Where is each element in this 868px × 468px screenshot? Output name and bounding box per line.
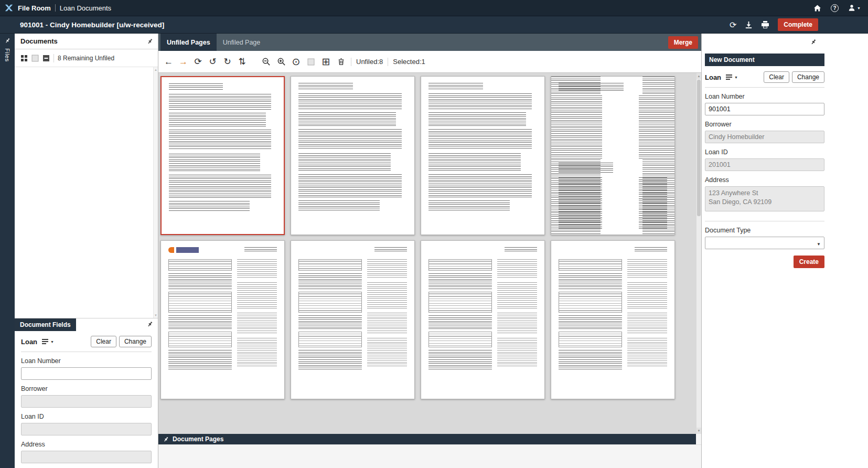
page-thumbnail-7[interactable] (421, 240, 545, 399)
page-graphic (559, 259, 622, 271)
zoom-in-icon[interactable] (276, 57, 286, 66)
grid-view-icon[interactable] (20, 55, 28, 62)
select-checkbox-icon[interactable] (306, 58, 316, 66)
documents-scrollbar[interactable]: ▲ ▼ (153, 67, 158, 318)
pages-scrollbar[interactable]: ▲ ▼ (696, 73, 701, 434)
address-label: Address (21, 441, 152, 448)
top-nav: File Room Loan Documents ? ▼ (0, 0, 868, 16)
forward-icon[interactable]: → (178, 57, 188, 66)
create-button[interactable]: Create (794, 256, 824, 268)
clear-button[interactable]: Clear (91, 336, 116, 347)
scrollbar-thumb[interactable] (697, 80, 701, 216)
loan-number-label: Loan Number (21, 357, 152, 365)
undo-icon[interactable]: ↺ (208, 57, 218, 66)
borrower-field: Borrower (705, 121, 824, 143)
loan-selector-dropdown[interactable]: ▼ (724, 73, 738, 81)
page-graphic (635, 247, 667, 252)
page-graphic (169, 83, 223, 91)
pin-icon[interactable] (147, 38, 153, 45)
collapse-all-icon[interactable] (42, 55, 50, 62)
back-icon[interactable]: ← (164, 57, 174, 66)
documents-toolbar: 8 Remaining Unfiled (15, 49, 158, 67)
page-graphic (169, 201, 250, 212)
redo-icon[interactable]: ↻ (222, 57, 232, 66)
select-all-checkbox-icon[interactable] (31, 55, 39, 62)
loan-header-bar: 901001 - Cindy Homebuilder [u/w-received… (0, 16, 868, 34)
scroll-down-icon[interactable]: ▼ (696, 428, 701, 434)
change-button[interactable]: Change (119, 336, 152, 347)
tab-unfiled-pages[interactable]: Unfiled Pages (160, 34, 217, 51)
documents-panel-title: Documents (20, 37, 58, 45)
page-thumbnail-6[interactable] (291, 240, 415, 399)
page-graphic (298, 247, 407, 256)
page-graphic (374, 247, 407, 252)
files-collapsed-strip[interactable]: Files (0, 34, 15, 468)
page-graphic (298, 259, 407, 371)
documents-list[interactable]: ▲ ▼ (15, 67, 158, 318)
merge-button[interactable]: Merge (668, 36, 698, 49)
page-graphic (168, 259, 277, 371)
tab-unfiled-page[interactable]: Unfiled Page (217, 34, 267, 51)
pin-icon[interactable] (147, 321, 153, 327)
page-thumbnail-2[interactable] (291, 76, 415, 235)
unfiled-pages-area: Unfiled Pages Unfiled Page Merge ← → ⟳ ↺… (158, 34, 702, 468)
document-fields-tab[interactable]: Document Fields (15, 318, 76, 331)
scroll-corner (696, 434, 701, 444)
page-graphic (169, 154, 260, 172)
complete-button[interactable]: Complete (778, 18, 818, 31)
zoom-out-icon[interactable] (261, 57, 271, 66)
print-icon[interactable] (761, 20, 769, 29)
delete-icon[interactable] (336, 58, 346, 66)
loan-selector-dropdown[interactable]: ▼ (40, 338, 54, 345)
page-graphic (497, 313, 537, 334)
page-thumbnail-3[interactable] (421, 76, 545, 235)
page-graphic (428, 273, 492, 289)
scroll-up-icon[interactable]: ▲ (696, 73, 701, 79)
address-label: Address (705, 176, 824, 184)
page-graphic (298, 83, 407, 228)
document-type-select[interactable] (705, 237, 824, 249)
change-button[interactable]: Change (792, 71, 824, 83)
page-graphic (559, 247, 667, 256)
document-fields-header: Document Fields (15, 318, 158, 331)
refresh-icon[interactable]: ⟳ (193, 57, 203, 66)
page-graphic (169, 113, 266, 126)
loan-number-input[interactable] (705, 103, 824, 115)
loan-header-actions: ⟳ Complete (730, 18, 868, 31)
document-type-field: Document Type ▼ (705, 221, 824, 249)
page-thumbnail-8[interactable] (551, 240, 675, 399)
home-icon[interactable] (813, 4, 821, 12)
files-strip-label[interactable]: Files (4, 48, 10, 62)
app-window: File Room Loan Documents ? ▼ 901001 - Ci… (0, 0, 868, 468)
scroll-up-icon[interactable]: ▲ (154, 68, 157, 71)
chevron-down-icon: ▼ (50, 340, 54, 344)
document-pages-bar[interactable]: Document Pages (158, 434, 701, 444)
clear-button[interactable]: Clear (764, 71, 789, 83)
actual-size-icon[interactable]: ⊙ (291, 57, 301, 67)
page-graphic (169, 175, 271, 198)
page-graphic (428, 259, 537, 371)
add-page-icon[interactable]: ⊞ (321, 57, 331, 67)
borrower-input (21, 395, 152, 408)
page-graphic (559, 83, 624, 91)
borrower-label: Borrower (21, 385, 152, 392)
pin-icon[interactable] (163, 437, 169, 442)
pin-icon[interactable] (810, 39, 817, 45)
loan-number-input[interactable] (21, 367, 152, 380)
page-graphic (237, 313, 277, 334)
pin-icon[interactable] (5, 38, 10, 44)
page-thumbnail-5[interactable] (160, 240, 285, 399)
help-icon[interactable]: ? (831, 4, 839, 12)
page-graphic (505, 247, 537, 252)
page-thumbnail-4[interactable] (551, 76, 675, 235)
page-graphic (298, 273, 362, 289)
page-graphic (298, 112, 396, 126)
sort-icon[interactable]: ⇅ (237, 57, 247, 66)
scroll-down-icon[interactable]: ▼ (154, 314, 157, 317)
collapsed-pages-area (158, 444, 701, 468)
page-thumbnail-1[interactable] (160, 76, 285, 235)
main-content: Files Documents 8 Rema (0, 34, 868, 468)
download-icon[interactable] (745, 21, 753, 29)
user-menu[interactable]: ▼ (848, 4, 861, 12)
refresh-icon[interactable]: ⟳ (730, 20, 736, 30)
